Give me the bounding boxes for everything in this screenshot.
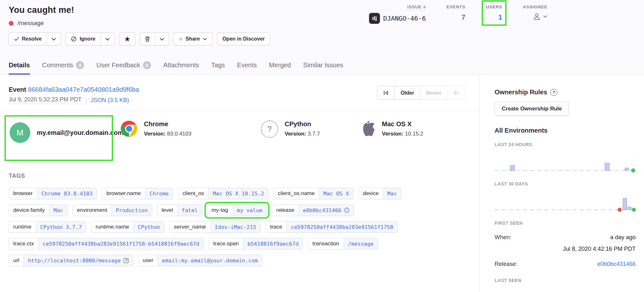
tag-value-link[interactable]: my value <box>232 205 267 216</box>
tag-trace-span: trace.spanb5418816f9aec67d <box>209 238 303 250</box>
tag-trace: tracece5978250aff4438ba283e91561f1758 <box>266 221 398 233</box>
runtime-version: 3.7.7 <box>308 131 320 137</box>
tag-transaction: transaction/message <box>308 238 378 250</box>
tag-value-link[interactable]: CPython 3.7.7 <box>36 221 86 232</box>
chevron-down-icon <box>203 38 207 40</box>
open-in-discover-button[interactable]: Open in Discover <box>217 33 270 45</box>
ignore-dropdown-button[interactable] <box>100 33 115 45</box>
unknown-runtime-icon: ? <box>261 120 278 138</box>
sparkline-bar <box>628 207 631 210</box>
tag-my-tag-annotated: my-tagmy value <box>207 204 267 216</box>
tag-value-link[interactable]: email:my.email@your.domain.com <box>157 255 262 266</box>
oldest-event-button[interactable] <box>377 86 395 100</box>
tag-device-family: device.familyMac <box>9 204 68 216</box>
tag-value-link[interactable]: /message <box>344 238 378 249</box>
tag-value-link[interactable]: Mac <box>383 188 401 199</box>
sparkline-bar <box>625 168 629 171</box>
assignee-person-icon <box>532 12 541 21</box>
event-label: Event <box>9 86 26 93</box>
delete-button[interactable] <box>140 33 155 45</box>
issue-header: You caught me! /message ISSUE # dj DJANG… <box>0 0 644 75</box>
os-version: 10.15.2 <box>405 131 423 137</box>
tag-trace-ctx: trace.ctxce5978250aff4438ba283e91561f175… <box>9 238 204 250</box>
assignee-label: ASSIGNEE <box>523 5 547 9</box>
mute-circle-slash-icon <box>71 36 77 42</box>
runtime-context-card: ? CPython Version: 3.7.7 <box>261 120 343 138</box>
ignore-button[interactable]: Ignore <box>65 33 101 45</box>
tag-value-link[interactable]: e0b0bc431466 <box>298 205 354 216</box>
share-button[interactable]: Share <box>174 33 212 45</box>
tag-browser: browserChrome 83.0.4103 <box>9 188 97 199</box>
stat-users-annotated: USERS 1 <box>486 5 502 22</box>
info-circle-icon[interactable] <box>344 207 350 213</box>
tag-value-link[interactable]: ce5978250aff4438ba283e91561f1758 <box>286 221 397 232</box>
issue-short-id: DJANGO-46-6 <box>383 14 426 22</box>
events-count[interactable]: 7 <box>461 13 465 22</box>
tab-merged[interactable]: Merged <box>269 61 291 75</box>
stat-assignee: ASSIGNEE <box>523 5 547 21</box>
resolve-dropdown-button[interactable] <box>47 33 61 45</box>
skip-to-latest-button[interactable] <box>447 86 465 100</box>
tab-comments[interactable]: Comments0 <box>42 61 84 75</box>
bookmark-star-button[interactable]: ★ <box>119 33 135 45</box>
tag-value-link[interactable]: http://localhost:8000/message <box>24 255 133 266</box>
ownership-rules-heading: Ownership Rules <box>495 89 547 96</box>
tag-value-link[interactable]: Mac <box>49 205 67 216</box>
external-link-icon[interactable] <box>123 258 129 263</box>
tag-runtime: runtimeCPython 3.7.7 <box>9 221 86 233</box>
tab-details[interactable]: Details <box>9 61 30 75</box>
tag-value-link[interactable]: Mac OS X <box>319 188 353 199</box>
newer-event-button[interactable]: Newer <box>420 86 448 100</box>
event-json-link[interactable]: JSON (3.5 KB) <box>91 97 129 104</box>
tab-similar-issues[interactable]: Similar Issues <box>303 61 343 75</box>
stat-events: EVENTS 7 <box>446 5 465 22</box>
issue-number-label: ISSUE # <box>407 5 426 10</box>
delete-dropdown-button[interactable] <box>155 33 169 45</box>
tag-value-link[interactable]: Chrome 83.0.4103 <box>37 188 97 199</box>
tag-value-link[interactable]: b5418816f9aec67d <box>243 238 303 249</box>
tag-device: deviceMac <box>358 188 402 199</box>
sparkline-bar <box>510 165 515 171</box>
environments-heading: All Environments <box>495 127 636 134</box>
create-ownership-rule-button[interactable]: Create Ownership Rule <box>495 102 569 116</box>
tag-value-link[interactable]: Chrome <box>145 188 173 199</box>
browser-name: Chrome <box>144 120 191 128</box>
last-30-days-label: LAST 30 DAYS <box>495 181 636 186</box>
last-seen-label: LAST SEEN <box>495 278 636 283</box>
django-project-icon: dj <box>369 13 380 24</box>
users-count[interactable]: 1 <box>498 13 502 22</box>
tag-value-link[interactable]: Mac OS X 10.15.2 <box>208 188 268 199</box>
events-sparkline-24h <box>495 148 636 174</box>
tag-environment: environmentProduction <box>72 204 152 216</box>
older-event-button[interactable]: Older <box>394 86 420 100</box>
issue-tabs: Details Comments0 User Feedback0 Attachm… <box>9 61 343 75</box>
error-level-dot-icon <box>9 21 14 26</box>
release-label: Release: <box>495 261 517 268</box>
checkmark-icon <box>14 37 19 41</box>
first-seen-release-link[interactable]: e0b0bc431466 <box>597 261 636 268</box>
tab-user-feedback[interactable]: User Feedback0 <box>96 61 151 75</box>
event-id-link[interactable]: 86684fa63aa047e7a0540801a9d9f6ba <box>28 86 139 93</box>
event-date: Jul 9, 2020 5:32:23 PM PDT <box>9 96 81 104</box>
tag-value-link[interactable]: Production <box>111 205 152 216</box>
tag-value-link[interactable]: ce5978250aff4438ba283e91561f1758-b541881… <box>38 238 204 249</box>
assignee-dropdown[interactable] <box>532 12 547 21</box>
tab-tags[interactable]: Tags <box>211 61 225 75</box>
user-email: my.email@your.domain.com <box>37 129 123 137</box>
tag-browser-name: browser.nameChrome <box>102 188 173 199</box>
divider <box>0 110 479 111</box>
trash-icon <box>145 36 150 42</box>
sparkline-red-dot <box>618 208 622 212</box>
skip-to-first-icon <box>383 90 389 95</box>
help-question-icon[interactable]: ? <box>550 89 557 96</box>
tab-events[interactable]: Events <box>237 61 257 75</box>
issue-sidebar: Ownership Rules ? Create Ownership Rule … <box>480 75 644 292</box>
resolve-button[interactable]: Resolve <box>9 33 47 45</box>
tag-value-link[interactable]: CPython <box>133 221 165 232</box>
event-details-main: Event 86684fa63aa047e7a0540801a9d9f6ba J… <box>0 75 480 292</box>
tab-attachments[interactable]: Attachments <box>163 61 199 75</box>
tag-value-link[interactable]: fatal <box>177 205 202 216</box>
when-label: When: <box>495 234 511 241</box>
chevron-down-icon <box>160 38 164 41</box>
tag-value-link[interactable]: Idos-iMac-215 <box>210 221 260 232</box>
